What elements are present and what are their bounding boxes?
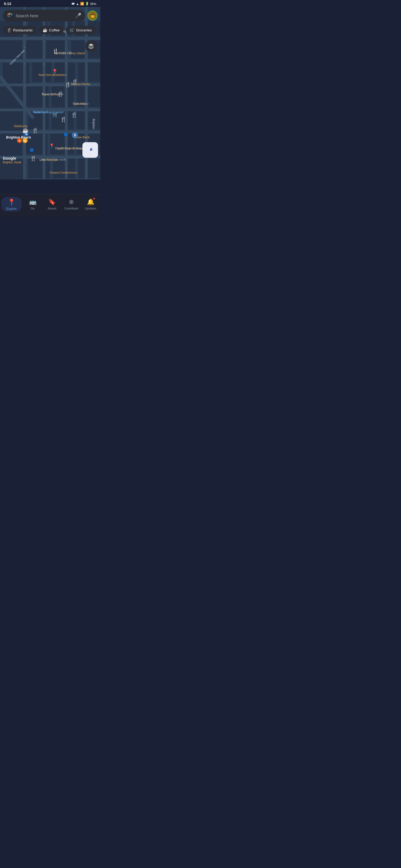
label-oceana-condo: Oceana Condominium <box>50 171 78 174</box>
saved-label: Saved <box>48 207 56 210</box>
pin-cafe-max: 🍴 <box>71 112 77 118</box>
pin-tacos-el-rey: 🍴 <box>57 91 63 97</box>
nav-item-saved[interactable]: 🔖 Saved <box>44 198 60 210</box>
pin-citymd: 📍 <box>49 143 55 149</box>
go-label: Go <box>31 207 35 210</box>
google-logo-icon: G <box>7 12 13 19</box>
pin-food-2: 🍴 <box>65 82 71 88</box>
direction-button[interactable] <box>82 142 98 158</box>
contribute-label: Contribute <box>64 207 79 210</box>
svg-rect-52 <box>64 133 67 136</box>
layer-button[interactable] <box>85 40 97 52</box>
map-label-brighton: Brighton <box>92 119 95 129</box>
status-time: 5:13 <box>4 2 11 6</box>
category-groceries[interactable]: 🛒 Groceries <box>66 26 95 34</box>
svg-rect-6 <box>25 40 43 58</box>
svg-rect-27 <box>53 159 75 178</box>
pin-tashkent: 🛒 <box>52 112 58 118</box>
pin-chase-bank: $ <box>72 132 78 138</box>
pin-starbucks: ☕ <box>22 127 28 133</box>
category-coffee[interactable]: ☕ Coffee <box>39 26 63 34</box>
svg-point-55 <box>7 14 9 16</box>
nav-item-go[interactable]: 🚌 Go <box>24 198 41 210</box>
avatar-face: 👨 <box>88 11 97 20</box>
svg-rect-28 <box>78 159 100 178</box>
label-brighton-beach: Brighton Beach <box>6 135 31 140</box>
category-pills: 🍴 Restaurants ☕ Coffee 🛒 Groceries ⛽ Gas <box>3 26 100 34</box>
search-input[interactable]: Search here <box>16 13 73 18</box>
battery-percent: 58% <box>90 2 96 6</box>
explore-label: Explore <box>6 207 17 210</box>
category-gas[interactable]: ⛽ Gas <box>98 26 100 34</box>
svg-rect-17 <box>0 111 25 131</box>
pin-ny-aesthetics: 📍 <box>52 69 58 75</box>
search-bar-wrapper: G Search here 🎤 👨 <box>3 10 97 22</box>
pin-marron-pastry: 🍴 <box>72 79 78 85</box>
svg-rect-26 <box>28 159 50 178</box>
saved-icon: 🔖 <box>48 198 56 206</box>
restaurants-icon: 🍴 <box>7 28 11 32</box>
pin-food-5: 🍴 <box>30 155 36 161</box>
svg-text:B: B <box>19 140 21 142</box>
coffee-icon: ☕ <box>42 28 47 32</box>
signal-icon: 📶 <box>80 2 84 6</box>
nav-item-contribute[interactable]: ⊕ Contribute <box>63 198 80 210</box>
notification-icon: 📨 <box>71 2 75 6</box>
svg-point-56 <box>8 13 10 15</box>
updates-icon: 🔔 <box>87 198 94 205</box>
svg-point-58 <box>11 14 13 16</box>
microphone-icon[interactable]: 🎤 <box>75 12 81 19</box>
svg-rect-20 <box>77 111 100 129</box>
nav-item-explore[interactable]: 📍 Explore <box>1 197 22 211</box>
updates-label: Updates <box>85 207 96 210</box>
label-brighton-tandir: Brighton Tandir <box>3 161 22 164</box>
svg-rect-12 <box>78 63 100 82</box>
pin-illy-caffe: 🍴 <box>52 48 58 54</box>
status-bar: 5:13 📨 ▲ 📶 🔋 58% <box>0 0 100 7</box>
search-bar[interactable]: G Search here 🎤 <box>3 10 85 22</box>
battery-icon: 🔋 <box>85 2 89 6</box>
bottom-nav: 📍 Explore 🚌 Go 🔖 Saved ⊕ Contribute 🔔 Up… <box>0 194 100 217</box>
pin-food-4: 🍴 <box>32 127 38 133</box>
svg-rect-10 <box>32 63 52 82</box>
explore-icon: 📍 <box>8 199 15 206</box>
notification-dot <box>93 198 95 199</box>
contribute-icon: ⊕ <box>69 198 74 206</box>
pin-food-3: 🍴 <box>60 116 66 122</box>
svg-rect-53 <box>30 148 33 152</box>
user-avatar[interactable]: 👨 <box>87 10 97 21</box>
status-icons: 📨 ▲ 📶 🔋 58% <box>71 2 96 6</box>
google-watermark: Google <box>3 156 16 160</box>
nav-item-updates[interactable]: 🔔 Updates <box>82 198 99 210</box>
go-icon: 🚌 <box>29 198 36 206</box>
groceries-icon: 🛒 <box>69 28 74 32</box>
wifi-icon: ▲ <box>76 2 79 6</box>
category-restaurants[interactable]: 🍴 Restaurants <box>3 26 36 34</box>
map-container[interactable]: M B Q G Search here 🎤 <box>0 7 100 180</box>
svg-text:Q: Q <box>24 140 26 142</box>
